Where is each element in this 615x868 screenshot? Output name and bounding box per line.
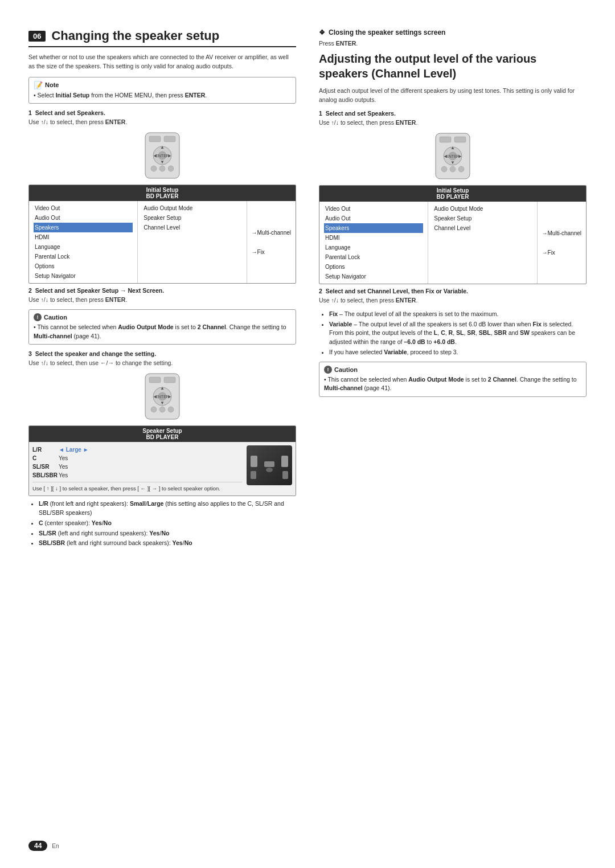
section-title: Changing the speaker setup	[51, 28, 219, 43]
section-header: 06 Changing the speaker setup	[28, 28, 296, 47]
menu-col1-right: Video Out Audio Out Speakers HDMI Langua…	[319, 202, 428, 284]
menu-item: →Fix	[541, 248, 583, 257]
menu-item: Language	[324, 243, 423, 252]
bullet-sblsbr: SBL/SBR (left and right surround back sp…	[39, 539, 296, 548]
menu-header-right: Initial Setup BD PLAYER	[319, 186, 586, 202]
bullet-fix: Fix – The output level of all the speake…	[329, 310, 587, 319]
note-icon: 📝	[34, 81, 43, 89]
bullet-variable: Variable – The output level of all the s…	[329, 320, 587, 347]
speaker-bullets: L/R (front left and right speakers): Sma…	[28, 499, 296, 548]
menu-item: HDMI	[324, 233, 423, 243]
svg-rect-15	[164, 377, 175, 383]
right-step-1-desc: Use ↑/↓ to select, then press ENTER.	[319, 118, 587, 128]
menu-item: Channel Level	[433, 223, 532, 233]
svg-point-43	[450, 166, 456, 172]
left-column: 06 Changing the speaker setup Set whethe…	[28, 28, 296, 552]
menu-item: Setup Navigator	[34, 271, 133, 281]
svg-rect-2	[164, 136, 175, 142]
svg-point-23	[151, 407, 157, 412]
svg-rect-14	[149, 377, 161, 383]
menu-col1-left: Video Out Audio Out Speakers HDMI Langua…	[29, 201, 138, 283]
initial-setup-menu-right: Initial Setup BD PLAYER Video Out Audio …	[319, 185, 587, 284]
right-step-2-title: 2 Select and set Channel Level, then Fix…	[319, 288, 587, 294]
speaker-note: Use [ ↑ ][ ↓ ] to select a speaker, then…	[32, 482, 242, 492]
caution-title-right: ! Caution	[324, 366, 581, 374]
menu-item: Video Out	[34, 203, 133, 213]
menu-col2-right: Audio Output Mode Speaker Setup Channel …	[428, 202, 537, 284]
right-intro: Adjust each output level of the differen…	[319, 87, 587, 105]
caution-icon-right: !	[324, 366, 332, 374]
speaker-setup-body: L/R ◄ Large ► C Yes SL/SR Yes SBL/SBR Ye…	[29, 442, 296, 496]
svg-point-10	[151, 166, 157, 171]
menu-item: Channel Level	[142, 223, 241, 232]
menu-item: Audio Out	[324, 214, 423, 223]
note-text: • Select Initial Setup from the HOME MEN…	[34, 91, 291, 100]
caution-box-right: ! Caution • This cannot be selected when…	[319, 362, 587, 398]
speaker-image-area	[247, 445, 292, 485]
speaker-setup-container: Speaker Setup BD PLAYER L/R ◄ Large ► C …	[28, 425, 296, 496]
speaker-row-slsr: SL/SR Yes	[32, 462, 242, 471]
controller-image-3: ▲ ▼ ◄ ► ENTER	[28, 372, 296, 421]
menu-col3-left: →Multi-channel →Fix	[247, 201, 296, 283]
speaker-label-slsr: SL/SR	[32, 464, 55, 470]
step-3-desc: Use ↑/↓ to select, then use ←/→ to chang…	[28, 359, 296, 368]
page-number-badge: 44	[28, 841, 47, 851]
speaker-setup-header: Speaker Setup BD PLAYER	[29, 426, 296, 442]
menu-col2-left: Audio Output Mode Speaker Setup Channel …	[138, 201, 247, 283]
right-step-1: 1 Select and set Speakers. Use ↑/↓ to se…	[319, 110, 587, 128]
svg-rect-33	[440, 137, 451, 142]
svg-point-25	[168, 407, 174, 412]
right-step-2-desc: Use ↑/↓ to select, then press ENTER.	[319, 296, 587, 305]
bullet-lr: L/R (front left and right speakers): Sma…	[39, 499, 296, 518]
left-intro: Set whether or not to use the speakers w…	[28, 53, 296, 71]
speaker-value-slsr: Yes	[59, 464, 68, 470]
bullet-slsr: SL/SR (left and right surround speakers)…	[39, 529, 296, 538]
right-step-2: 2 Select and set Channel Level, then Fix…	[319, 288, 587, 305]
svg-rect-28	[281, 456, 288, 467]
menu-item: Video Out	[324, 204, 423, 214]
menu-item: Options	[324, 262, 423, 272]
menu-item	[541, 238, 583, 248]
step-2-title: 2 Select and set Speaker Setup → Next Sc…	[28, 287, 296, 294]
speaker-value-sblsbr: Yes	[59, 472, 68, 478]
menu-item: Audio Output Mode	[433, 204, 532, 214]
bullet-c: C (center speaker): Yes/No	[39, 519, 296, 528]
controller-svg-right: ▲ ▼ ◄ ► ENTER	[427, 132, 478, 181]
note-box: 📝 Note • Select Initial Setup from the H…	[28, 77, 296, 104]
initial-setup-menu-left: Initial Setup BD PLAYER Video Out Audio …	[28, 185, 296, 284]
step-2-desc: Use ↑/↓ to select, then press ENTER.	[28, 296, 296, 305]
menu-col3-right: →Multi-channel →Fix	[538, 202, 586, 284]
language-label: En	[52, 843, 59, 849]
caution-text-left: • This cannot be selected when Audio Out…	[34, 323, 291, 341]
svg-point-24	[159, 407, 165, 412]
menu-item	[251, 238, 292, 247]
right-section-heading: Adjusting the output level of the variou…	[319, 51, 587, 81]
menu-item: Audio Out	[34, 213, 133, 223]
menu-item: Speaker Setup	[433, 214, 532, 223]
svg-text:▼: ▼	[160, 400, 165, 406]
svg-point-11	[159, 166, 165, 171]
svg-rect-30	[282, 471, 288, 479]
speaker-row-c: C Yes	[32, 454, 242, 462]
step-1-desc: Use ↑/↓ to select, then press ENTER.	[28, 118, 296, 127]
menu-item: →Multi-channel	[251, 228, 292, 238]
svg-rect-34	[454, 137, 466, 142]
controller-svg-3: ▲ ▼ ◄ ► ENTER	[137, 372, 188, 421]
bullet-proceed: If you have selected Variable, proceed t…	[329, 348, 587, 357]
svg-rect-26	[264, 461, 274, 467]
svg-text:ENTER: ENTER	[446, 154, 460, 158]
menu-item: →Fix	[251, 247, 292, 257]
menu-item: →Multi-channel	[541, 228, 583, 238]
caution-text-right: • This cannot be selected when Audio Out…	[324, 375, 581, 394]
controller-svg-1: ▲ ▼ ◄ ► ENTER	[137, 132, 188, 180]
closing-subsection-heading: ❖ Closing the speaker settings screen	[319, 28, 587, 36]
svg-text:▲: ▲	[160, 386, 165, 391]
step-2: 2 Select and set Speaker Setup → Next Sc…	[28, 287, 296, 305]
speaker-row-lr: L/R ◄ Large ►	[32, 445, 242, 454]
controller-image-right: ▲ ▼ ◄ ► ENTER	[319, 132, 587, 181]
step-3: 3 Select the speaker and change the sett…	[28, 350, 296, 368]
closing-desc: Press ENTER.	[319, 39, 587, 48]
menu-item: Audio Output Mode	[142, 203, 241, 213]
menu-item: HDMI	[34, 232, 133, 242]
menu-item: Speaker Setup	[142, 213, 241, 223]
